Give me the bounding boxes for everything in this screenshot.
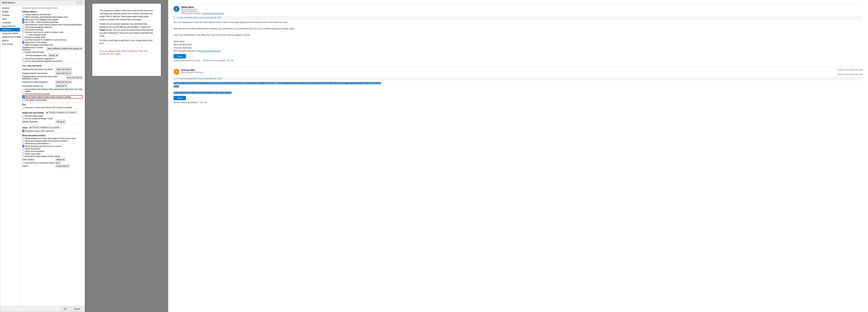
sidebar-item-save[interactable]: Save <box>0 17 20 21</box>
more-button-princess[interactable]: ··· <box>187 96 192 100</box>
select-insert-paste-pictures[interactable]: Inline text <box>56 84 67 88</box>
checkbox-auto-drawing-canvas[interactable] <box>22 24 24 26</box>
sidebar-item-advanced[interactable]: Advanced <box>0 28 20 31</box>
document-area: This sentence is written in the normal s… <box>85 0 168 312</box>
checkbox-use-pen[interactable] <box>22 106 24 108</box>
label-paste-same-doc: Pasting within the same document: <box>22 68 55 70</box>
select-naming[interactable]: Courier New <box>56 164 70 168</box>
reply-button-princess[interactable]: Reply <box>174 96 186 100</box>
checkbox-discard-editing[interactable] <box>22 115 24 117</box>
solve-no-princess[interactable]: No <box>205 101 207 103</box>
help-button[interactable]: ? <box>76 1 80 4</box>
option-show-paste-options: Show Paste Options button when content i… <box>22 95 83 99</box>
option-mark-inconsistencies: Mark formatting inconsistencies <box>22 44 83 46</box>
checkbox-draft-font[interactable] <box>22 162 24 164</box>
ok-button[interactable]: OK <box>61 307 70 311</box>
checkbox-mark-inconsistencies[interactable] <box>22 44 24 46</box>
dialog-content: General Display Proofing Save Language E… <box>0 5 85 306</box>
image-quality-dropdown[interactable]: ▶ This line 1 sentence is in a specifi..… <box>46 111 78 114</box>
checkbox-auto-select-word[interactable] <box>22 16 24 18</box>
checkbox-field-codes[interactable] <box>22 155 24 157</box>
checkbox-normal-style[interactable] <box>22 39 24 41</box>
sidebar-item-language[interactable]: Language <box>0 21 20 24</box>
sidebar-item-trust-center[interactable]: Trust Center <box>0 42 20 46</box>
sidebar-item-customize-ribbon[interactable]: Customize Ribbon <box>0 31 20 35</box>
checkbox-smart-cursoring[interactable] <box>22 29 24 31</box>
sidebar-item-display[interactable]: Display <box>0 10 20 13</box>
checkbox-show-paste-options[interactable] <box>23 96 25 98</box>
cancel-button[interactable]: Cancel <box>71 307 83 311</box>
option-overtype-mode: Use overtype mode <box>26 34 83 36</box>
option-insert-key-paste: Use the Insert key for paste <box>22 93 83 95</box>
sidebar-item-general[interactable]: General <box>0 6 20 10</box>
chart-quality-dropdown[interactable]: ▶ This line 1 sentence is in a specifi..… <box>29 126 61 129</box>
label-picture-placeholders: Show picture placeholders ☐ <box>25 142 51 145</box>
mvp-link-stefan[interactable]: https://mvp.microsoft.com/ <box>203 12 224 14</box>
label-track-formatting: Keep track of formatting <box>25 41 46 43</box>
checkbox-chart-data-point[interactable] <box>22 130 24 132</box>
select-paste-between-docs-styles[interactable]: Keep Text Only <box>66 76 83 80</box>
checkbox-bg-colors[interactable] <box>22 137 24 139</box>
select-paste-other-programs[interactable]: Keep Text Only <box>56 80 72 84</box>
solve-yes-princess[interactable]: Yes <box>200 101 203 103</box>
doc-para1-text: This sentence is written in the normal s… <box>99 9 153 21</box>
close-button[interactable]: × <box>80 1 83 4</box>
checkbox-ctrl-click[interactable] <box>22 21 24 23</box>
option-paste-same-doc: Pasting within the same document: Keep T… <box>22 67 83 71</box>
section-chart: Chart ▶ This line 1 sentence is in a spe… <box>22 125 83 129</box>
sidebar-item-add-ins[interactable]: Add-ins <box>0 39 20 42</box>
checkbox-do-not-auto-screenshot[interactable] <box>22 60 24 62</box>
more-button-stefan[interactable]: ··· <box>187 54 192 58</box>
checkbox-drawings-textboxes[interactable] <box>22 145 24 147</box>
post-author-princess: Princess Mat Replied on November 28, 201… <box>181 69 863 71</box>
sidebar-item-proofing[interactable]: Proofing <box>0 13 20 17</box>
checkbox-insert-key[interactable] <box>22 31 24 33</box>
checkbox-smart-cut-paste[interactable] <box>22 99 24 101</box>
sidebar-item-quick-access-toolbar[interactable]: Quick Access Toolbar <box>0 35 20 39</box>
select-default-para-style[interactable]: Normal <box>48 54 58 57</box>
helpful-yes-stefan[interactable]: Yes <box>227 60 230 62</box>
checkbox-typing-replaces[interactable] <box>22 13 24 15</box>
section-chart-title: Chart <box>22 127 28 129</box>
select-paste-between-docs[interactable]: Keep Text Only <box>56 71 72 75</box>
label-text-boundaries: Show text boundaries <box>25 150 44 152</box>
sidebar-item-ease-of-access[interactable]: Ease of Access <box>0 24 20 28</box>
select-field-shading[interactable]: Always <box>56 158 65 161</box>
checkbox-crop-marks[interactable] <box>22 153 24 155</box>
label-typing-replaces: Typing replaces selected text <box>25 13 51 15</box>
forum-panel: S Stefan Blom Microsoft Word MVPVoluntee… <box>168 0 868 312</box>
checkbox-no-compress[interactable] <box>22 117 24 120</box>
reply-button-stefan[interactable]: Reply <box>174 54 186 58</box>
option-style-match: Updating style to match selection: Add n… <box>22 46 83 51</box>
select-default-resolution[interactable]: 330 ppi <box>56 120 65 124</box>
option-smart-paragraph: Use smart paragraph selection <box>22 26 83 28</box>
reply-link-stefan[interactable]: In reply to JimFreemanX's post on Novemb… <box>178 17 221 19</box>
helpful-no-stefan[interactable]: No <box>231 60 234 62</box>
checkbox-prompt-update-style[interactable] <box>22 36 24 38</box>
select-paste-same-doc[interactable]: Keep Text Only <box>56 67 72 71</box>
doc-paragraph2: Thanks for your prompt response. You men… <box>99 23 154 37</box>
option-auto-drawing-canvas: Automatically create drawing canvas when… <box>22 24 83 26</box>
checkbox-smart-paragraph[interactable] <box>22 26 24 28</box>
option-keep-bullets: Keep bullets and numbers when pasting te… <box>22 88 83 92</box>
label-smart-cut-paste: Use smart cut and paste <box>25 99 46 101</box>
checkbox-overtype-mode[interactable] <box>26 34 28 36</box>
checkbox-keep-bullets[interactable] <box>22 89 24 91</box>
checkbox-autocomplete[interactable] <box>22 58 24 60</box>
checkbox-allow-drag-drop[interactable] <box>22 19 24 21</box>
checkbox-text-boundaries[interactable] <box>22 150 24 152</box>
checkbox-picture-placeholders[interactable] <box>22 143 24 145</box>
checkbox-enable-click-type[interactable] <box>22 51 24 53</box>
right-panel: This sentence is written in the normal s… <box>85 0 868 312</box>
stefan-mvp-link[interactable]: https://mvp.microsoft.com/ <box>197 50 220 52</box>
checkbox-text-wrapped[interactable] <box>22 140 24 142</box>
checkbox-bookmarks[interactable] <box>22 148 24 150</box>
doc-para2-middle: key as a modifier, it selects the <box>123 26 151 28</box>
option-paste-between-docs-styles: Pasting between documents when style def… <box>22 75 83 80</box>
checkbox-track-formatting[interactable] <box>22 41 24 43</box>
select-style-match[interactable]: Add numbering or bullets to all paragrap… <box>46 46 83 50</box>
label-no-compress: Do not compress images in file <box>25 117 52 120</box>
reply-link-princess[interactable]: In reply to JimFreemanX's post on Novemb… <box>178 77 221 80</box>
checkbox-insert-key-paste[interactable] <box>22 93 24 95</box>
dialog-title: Word Options <box>2 1 15 4</box>
